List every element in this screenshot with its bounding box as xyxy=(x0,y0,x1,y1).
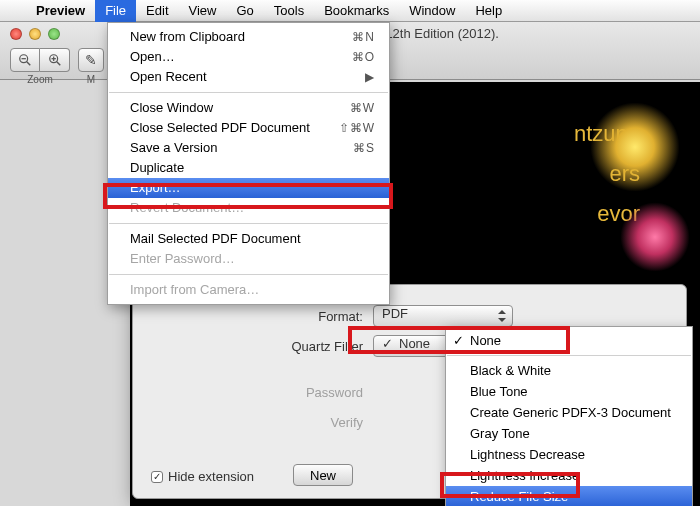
menu-item-shortcut: ⇧⌘W xyxy=(325,119,375,137)
menu-help[interactable]: Help xyxy=(465,0,512,22)
file-menu-item: Import from Camera… xyxy=(108,280,389,300)
file-menu-item[interactable]: Mail Selected PDF Document xyxy=(108,229,389,249)
file-menu-item[interactable]: New from Clipboard⌘N xyxy=(108,27,389,47)
option-label: Create Generic PDFX-3 Document xyxy=(470,405,671,420)
menu-item-label: Revert Document… xyxy=(130,199,375,217)
menu-item-label: Import from Camera… xyxy=(130,281,375,299)
zoom-in-button[interactable] xyxy=(40,48,70,72)
file-menu-item[interactable]: Export… xyxy=(108,178,389,198)
option-label: Blue Tone xyxy=(470,384,528,399)
submenu-arrow-icon: ▶ xyxy=(325,68,375,86)
menu-item-label: Duplicate xyxy=(130,159,375,177)
quartz-filter-option[interactable]: ✓None xyxy=(446,330,692,351)
svg-line-1 xyxy=(27,62,31,66)
quartz-filter-option[interactable]: Black & White xyxy=(446,360,692,381)
quartz-filter-popup: ✓NoneBlack & WhiteBlue ToneCreate Generi… xyxy=(445,326,693,506)
menu-item-shortcut: ⌘O xyxy=(325,48,375,66)
menu-item-shortcut: ⌘S xyxy=(325,139,375,157)
option-label: Lightness Decrease xyxy=(470,447,585,462)
menu-edit[interactable]: Edit xyxy=(136,0,178,22)
file-menu-item: Revert Document… xyxy=(108,198,389,218)
file-menu-item[interactable]: Open…⌘O xyxy=(108,47,389,67)
option-label: Gray Tone xyxy=(470,426,530,441)
file-menu-item[interactable]: Close Selected PDF Document⇧⌘W xyxy=(108,118,389,138)
zoom-label: Zoom xyxy=(10,74,70,85)
new-folder-button[interactable]: New xyxy=(293,464,353,486)
hide-extension-checkbox[interactable]: ✓ xyxy=(151,471,163,483)
menu-tools[interactable]: Tools xyxy=(264,0,314,22)
menu-item-label: Close Window xyxy=(130,99,325,117)
menu-window[interactable]: Window xyxy=(399,0,465,22)
menu-item-label: Close Selected PDF Document xyxy=(130,119,325,137)
checkmark-icon: ✓ xyxy=(453,331,464,350)
menu-preview[interactable]: Preview xyxy=(26,0,95,22)
quartz-filter-label: Quartz Filter xyxy=(253,339,363,354)
toolbar-m-button[interactable]: ✎ xyxy=(78,48,104,72)
option-label: None xyxy=(470,333,501,348)
menu-go[interactable]: Go xyxy=(226,0,263,22)
hide-extension-label: Hide extension xyxy=(168,469,254,484)
quartz-filter-option[interactable]: Lightness Increase xyxy=(446,465,692,486)
menu-bookmarks[interactable]: Bookmarks xyxy=(314,0,399,22)
menu-item-label: Save a Version xyxy=(130,139,325,157)
menu-item-label: Enter Password… xyxy=(130,250,375,268)
file-menu-dropdown: New from Clipboard⌘NOpen…⌘OOpen Recent▶C… xyxy=(107,22,390,305)
menu-view[interactable]: View xyxy=(179,0,227,22)
file-menu-item[interactable]: Close Window⌘W xyxy=(108,98,389,118)
quartz-filter-option[interactable]: Create Generic PDFX-3 Document xyxy=(446,402,692,423)
format-label: Format: xyxy=(253,309,363,324)
format-select[interactable]: PDF xyxy=(373,305,513,327)
quartz-filter-option[interactable]: Gray Tone xyxy=(446,423,692,444)
menubar: Preview File Edit View Go Tools Bookmark… xyxy=(0,0,700,22)
toolbar-m-label: M xyxy=(78,74,104,85)
password-label: Password xyxy=(253,385,363,400)
verify-label: Verify xyxy=(253,415,363,430)
menu-item-label: Mail Selected PDF Document xyxy=(130,230,375,248)
file-menu-item[interactable]: Open Recent▶ xyxy=(108,67,389,87)
option-label: Reduce File Size xyxy=(470,489,568,504)
menu-item-label: Open… xyxy=(130,48,325,66)
zoom-out-button[interactable] xyxy=(10,48,40,72)
file-menu-item[interactable]: Save a Version⌘S xyxy=(108,138,389,158)
file-menu-item[interactable]: Duplicate xyxy=(108,158,389,178)
file-menu-item: Enter Password… xyxy=(108,249,389,269)
quartz-filter-option[interactable]: Lightness Decrease xyxy=(446,444,692,465)
menu-item-shortcut: ⌘W xyxy=(325,99,375,117)
menu-item-label: New from Clipboard xyxy=(130,28,325,46)
option-label: Lightness Increase xyxy=(470,468,579,483)
quartz-filter-option[interactable]: Reduce File Size xyxy=(446,486,692,506)
option-label: Black & White xyxy=(470,363,551,378)
menu-item-label: Export… xyxy=(130,179,375,197)
menu-item-label: Open Recent xyxy=(130,68,325,86)
menu-item-shortcut: ⌘N xyxy=(325,28,375,46)
zoom-group xyxy=(10,48,70,72)
quartz-filter-option[interactable]: Blue Tone xyxy=(446,381,692,402)
svg-line-4 xyxy=(56,62,60,66)
menu-file[interactable]: File xyxy=(95,0,136,22)
